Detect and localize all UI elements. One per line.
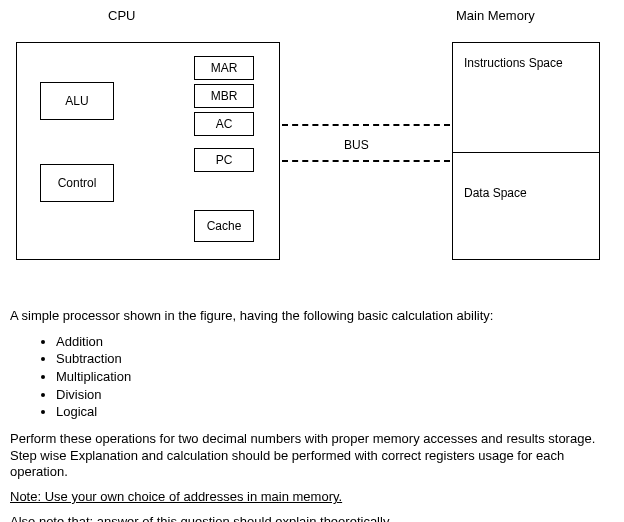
list-item: Division	[56, 386, 614, 404]
mbr-label: MBR	[211, 89, 238, 103]
mar-block: MAR	[194, 56, 254, 80]
cache-block: Cache	[194, 210, 254, 242]
list-item: Subtraction	[56, 350, 614, 368]
list-item: Multiplication	[56, 368, 614, 386]
memory-box	[452, 42, 600, 260]
bus-line-top	[282, 124, 450, 126]
mar-label: MAR	[211, 61, 238, 75]
mbr-block: MBR	[194, 84, 254, 108]
cpu-title: CPU	[108, 8, 135, 23]
operations-list: Addition Subtraction Multiplication Divi…	[56, 333, 614, 421]
memory-title: Main Memory	[456, 8, 535, 23]
alu-block: ALU	[40, 82, 114, 120]
cache-label: Cache	[207, 219, 242, 233]
instructions-space-label: Instructions Space	[464, 56, 563, 70]
list-item: Addition	[56, 333, 614, 351]
intro-paragraph: A simple processor shown in the figure, …	[10, 308, 614, 325]
alu-label: ALU	[65, 94, 88, 108]
control-block: Control	[40, 164, 114, 202]
control-label: Control	[58, 176, 97, 190]
ac-block: AC	[194, 112, 254, 136]
bus-label: BUS	[344, 138, 369, 152]
note-2: Also note that: answer of this question …	[10, 514, 614, 522]
list-item: Logical	[56, 403, 614, 421]
task-paragraph: Perform these operations for two decimal…	[10, 431, 614, 482]
pc-label: PC	[216, 153, 233, 167]
ac-label: AC	[216, 117, 233, 131]
memory-divider	[452, 152, 600, 153]
problem-text: A simple processor shown in the figure, …	[10, 308, 614, 522]
pc-block: PC	[194, 148, 254, 172]
data-space-label: Data Space	[464, 186, 527, 200]
bus-line-bottom	[282, 160, 450, 162]
note-1: Note: Use your own choice of addresses i…	[10, 489, 614, 506]
